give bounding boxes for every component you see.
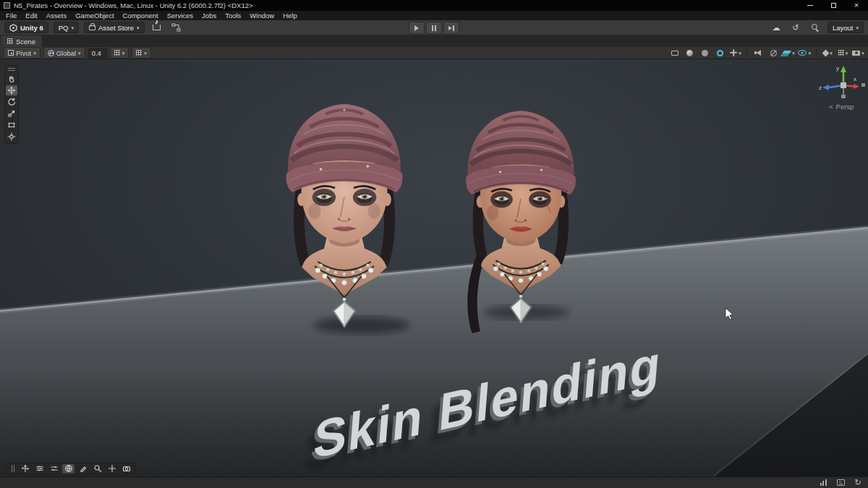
maximize-button[interactable] [822,0,845,11]
camera-settings-dropdown[interactable]: ▾ [852,48,864,58]
tab-scene[interactable]: Scene [1,35,42,47]
menu-item-help[interactable]: Help [278,12,302,20]
cloud-services-button[interactable]: ☁ [769,22,783,33]
cloud-icon: ☁ [772,24,780,32]
negative-x-handle[interactable] [861,83,865,87]
snap-increment-dropdown[interactable]: ▾ [132,47,151,59]
projection-label[interactable]: < Persp [829,103,854,111]
overlay-drag-handle[interactable] [12,465,14,472]
pause-button[interactable] [426,22,442,34]
menu-item-gameobject[interactable]: GameObject [71,12,118,20]
dropdown-caret-icon: ▾ [861,51,864,56]
account-dropdown[interactable]: PQ ▾ [54,22,79,33]
gizmos-dropdown[interactable]: ▾ [822,48,834,58]
dropdown-caret-icon: ▾ [71,25,74,30]
view-tabbar: Scene [0,35,868,47]
camera-preview-button[interactable] [120,464,132,474]
titlebar-left: N5_Pirates - Overview - Windows, Mac, Li… [0,1,253,9]
unity-version-badge[interactable]: Unity 6 [4,22,48,33]
hierarchy-graph-button[interactable] [169,22,184,33]
minimize-button[interactable] [799,0,822,11]
shading-mode-button[interactable] [668,48,681,58]
persp-arrow-icon: < [829,103,833,111]
rotate-tool-button[interactable] [6,97,17,107]
scene-visibility-toggle[interactable]: ▾ [798,48,811,58]
grid-size-field[interactable]: 0.4 [88,48,107,58]
menu-item-component[interactable]: Component [119,12,163,20]
effects-options-dropdown[interactable]: ▾ [729,48,741,58]
camera-icon [122,464,131,473]
unity-version-label: Unity 6 [20,24,43,32]
x-axis-cone[interactable] [854,84,859,89]
play-button[interactable] [409,22,425,34]
persp-text: Persp [836,103,854,111]
scene-toolbar-right: ▾ ▾ ▾ ▾ ▾ ▾ [668,48,864,58]
package-manager-button[interactable] [150,22,164,33]
y-axis-cone[interactable] [841,66,846,72]
dropdown-caret-icon: ▾ [856,25,859,30]
dropdown-caret-icon: ▾ [830,51,833,56]
search-button[interactable] [808,22,822,33]
layout-dropdown[interactable]: Layout ▾ [827,22,864,33]
menu-item-edit[interactable]: Edit [21,12,41,20]
menu-item-services[interactable]: Services [163,12,197,20]
pivot-dropdown[interactable]: Pivot ▾ [4,47,41,59]
tool-settings-button[interactable] [33,464,46,474]
hand-icon [7,74,16,83]
audio-toggle-button[interactable] [699,48,711,58]
grid-settings-dropdown[interactable]: ▾ [837,48,849,58]
menu-item-assets[interactable]: Assets [42,12,72,20]
asset-store-dropdown[interactable]: Asset Store ▾ [84,22,145,33]
transform-tool-button[interactable] [6,132,17,142]
close-button[interactable]: × [845,0,868,11]
scale-tool-button[interactable] [6,108,17,119]
activity-bars-icon [820,479,827,486]
effects-toggle-button[interactable] [714,48,726,58]
gizmo-center-cube[interactable] [841,82,846,88]
step-button[interactable] [443,22,459,34]
asset-store-label: Asset Store [98,24,134,32]
menu-item-jobs[interactable]: Jobs [197,12,221,20]
menu-item-window[interactable]: Window [245,12,278,20]
dropdown-caret-icon: ▾ [792,51,795,56]
snap-increment-icon [136,50,142,56]
rect-tool-button[interactable] [6,120,17,130]
lighting-toggle-button[interactable] [684,48,696,58]
background-activity-icon[interactable] [817,478,829,488]
snap-settings-button[interactable] [48,464,60,474]
search-overlay-button[interactable] [91,464,103,474]
transform-icon [7,132,16,141]
move-tool-button[interactable] [6,85,17,95]
toolbar-right-group: ☁ ↺ Layout ▾ [769,22,864,33]
transform-overlay-button[interactable] [19,464,31,474]
overlays-dropdown[interactable]: ▾ [783,48,795,58]
dropdown-caret-icon: ▾ [33,51,36,56]
menu-item-tools[interactable]: Tools [221,12,245,20]
flare-toggle-button[interactable] [767,48,780,58]
collab-refresh-icon[interactable]: ↻ [852,478,864,488]
undo-history-button[interactable]: ↺ [788,22,803,33]
overlay-drag-handle[interactable] [8,68,15,71]
move-overlay-button[interactable] [106,464,118,474]
mute-audio-button[interactable] [752,48,765,58]
view-tool-button[interactable] [6,74,17,84]
z-axis-cone[interactable] [822,85,829,90]
console-status-icon[interactable] [835,478,846,488]
grid-snap-dropdown[interactable]: ▾ [110,47,129,59]
dropdown-caret-icon: ▾ [122,51,125,56]
playmode-controls [409,20,459,35]
pause-icon [435,25,436,31]
globe-icon [48,50,54,56]
negative-y-handle[interactable] [841,95,846,98]
orientation-overlay-button[interactable] [62,464,75,474]
rotate-icon [7,98,16,106]
grid-snap-icon [114,50,120,56]
draw-overlay-button[interactable] [77,464,89,474]
global-dropdown[interactable]: Global ▾ [43,47,85,59]
menu-item-file[interactable]: File [1,12,21,20]
sparkle-icon [730,49,737,56]
grid-icon [838,50,844,56]
minimize-icon [807,5,813,6]
scene-tab-icon [7,38,13,44]
scene-viewport[interactable]: Skin Blending Skin Blending Skin Blendin… [0,59,868,476]
